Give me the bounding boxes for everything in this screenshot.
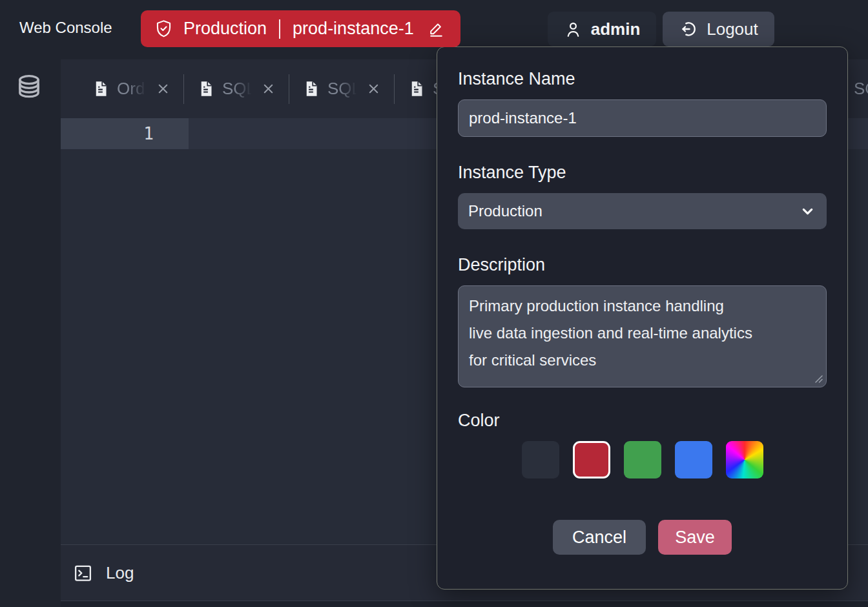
tab-close-icon[interactable] (366, 81, 381, 96)
logout-button[interactable]: Logout (663, 12, 774, 46)
color-field-label: Color (458, 411, 827, 431)
description-textarea-wrap: Primary production instance handling liv… (458, 285, 827, 387)
chevron-down-icon (800, 204, 815, 219)
tab-label: SQL (854, 79, 868, 99)
instance-name-field-label: Instance Name (458, 69, 827, 89)
username-label: admin (591, 19, 641, 39)
line-number-gutter: 1 (61, 118, 189, 149)
editor-tab[interactable]: SQL (289, 59, 394, 118)
badge-separator (279, 19, 280, 39)
tab-label: SQL (222, 79, 253, 99)
color-swatch[interactable] (573, 441, 610, 478)
shield-check-icon (154, 19, 174, 39)
color-swatch[interactable] (624, 441, 661, 478)
file-icon (408, 80, 425, 98)
line-number: 1 (143, 124, 154, 143)
editor-tab[interactable]: SQL (184, 59, 289, 118)
file-icon (302, 80, 320, 98)
description-field-label: Description (458, 255, 827, 275)
bottom-panel-edge (61, 601, 868, 607)
tab-label: Ord (117, 79, 148, 99)
color-swatch[interactable] (726, 441, 763, 478)
environment-badge[interactable]: Production prod-instance-1 (141, 10, 460, 47)
instance-type-value: Production (468, 202, 542, 220)
instance-name-input[interactable] (458, 99, 827, 137)
log-label: Log (106, 563, 134, 583)
instance-name-label: prod-instance-1 (293, 19, 414, 39)
dialog-button-row: Cancel Save (458, 520, 827, 555)
edit-pencil-icon[interactable] (428, 20, 445, 37)
tab-label: SQL (327, 79, 358, 99)
sidebar-item-database[interactable] (16, 73, 42, 104)
save-button[interactable]: Save (658, 520, 732, 555)
tab-close-icon[interactable] (261, 81, 276, 96)
tab-close-icon[interactable] (156, 81, 170, 96)
resize-handle-icon[interactable] (814, 375, 823, 384)
instance-type-field-label: Instance Type (458, 163, 827, 183)
user-button[interactable]: admin (548, 12, 656, 46)
file-icon (92, 80, 109, 98)
description-textarea[interactable]: Primary production instance handling liv… (458, 285, 827, 387)
database-icon (16, 73, 42, 104)
web-console-app: Web Console Production prod-instance-1 a… (0, 0, 868, 607)
instance-settings-dialog: Instance Name Instance Type Production D… (437, 46, 848, 590)
color-swatch-row (458, 441, 827, 478)
editor-tab[interactable]: Ord (79, 59, 183, 118)
color-swatch[interactable] (675, 441, 712, 478)
environment-label: Production (183, 19, 267, 39)
user-icon (564, 20, 583, 39)
logout-icon (679, 19, 698, 39)
color-swatch[interactable] (522, 441, 559, 478)
logout-label: Logout (707, 19, 758, 39)
instance-type-select[interactable]: Production (458, 193, 827, 229)
app-title: Web Console (19, 19, 112, 37)
file-icon (197, 80, 214, 98)
cancel-button[interactable]: Cancel (553, 520, 646, 555)
terminal-icon (73, 563, 93, 583)
